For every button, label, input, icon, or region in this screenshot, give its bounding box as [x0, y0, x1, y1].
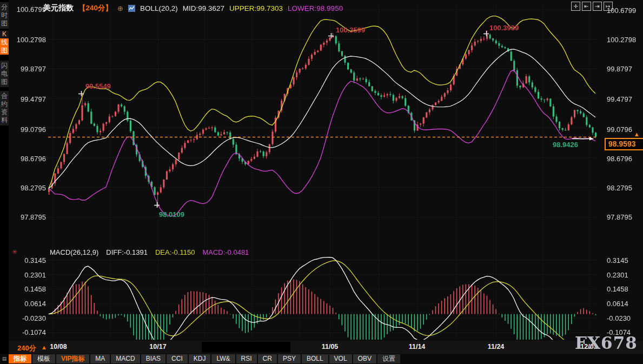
toolbar-button-vol[interactable]: VOL [329, 354, 352, 363]
y-axis-label-right: 98.6796 [607, 155, 632, 163]
axis-right-icon[interactable]: ⇥ [593, 2, 602, 11]
redaction-box [202, 342, 290, 353]
left-sidebar: 分时图 K 线图 闪电图 合约资料 [0, 0, 9, 364]
date-label: 11/24 [488, 343, 505, 350]
chart-application: 分时图 K 线图 闪电图 合约资料 美元指数 【240分】 ⊕ BOLL(20,… [0, 0, 643, 364]
toolbar-button-lw[interactable]: LW& [211, 354, 235, 363]
toolbar-button-cci[interactable]: CCI [167, 354, 188, 363]
boll-mid-value: MID:99.3627 [183, 4, 224, 12]
price-up-arrow-icon: ▲ [634, 131, 640, 137]
y-axis-label-right: 100.6799 [607, 6, 636, 15]
y-axis-label-right: 98.2795 [607, 184, 632, 192]
low-annotation-2: 98.9426 [553, 141, 578, 149]
macd-y-label: -0.0230 [0, 314, 46, 322]
y-axis-label: 99.8797 [0, 65, 46, 73]
y-axis-label: 98.2795 [0, 184, 46, 192]
macd-y-label: 0.1458 [0, 285, 46, 293]
macd-diff-value: DIFF:-0.1391 [106, 248, 148, 256]
toolbar-button-cr[interactable]: CR [258, 354, 277, 363]
macd-y-label-right: 0.1458 [607, 285, 628, 293]
macd-y-label: 0.0614 [0, 300, 46, 308]
macd-y-label-right: 0.3145 [607, 256, 628, 264]
y-axis-label: 98.6796 [0, 155, 46, 163]
y-axis-label-right: 100.2798 [607, 36, 636, 44]
toolbar-button-indicator[interactable]: 指标 [9, 354, 31, 363]
interval-label[interactable]: 240分 [17, 343, 36, 353]
toolbar-button-bias[interactable]: BIAS [141, 354, 165, 363]
macd-header: MACD(26,12,9) DIFF:-0.1391 DEA:-0.1150 M… [50, 248, 249, 256]
y-axis-label-right: 99.8797 [607, 65, 632, 73]
toolbar-button-boll[interactable]: BOLL [302, 354, 328, 363]
panel-handle-icon[interactable]: ▤ [0, 354, 9, 363]
macd-params-label: MACD(26,12,9) [50, 248, 98, 256]
toolbar-button-ma[interactable]: MA [90, 354, 110, 363]
date-label: 10/08 [50, 343, 67, 350]
toolbar-button-template[interactable]: 模板 [32, 354, 55, 363]
toolbar-button-settings[interactable]: 设置 [377, 354, 400, 363]
macd-macd-value: MACD:-0.0481 [202, 248, 249, 256]
y-axis-label-right: 97.8795 [607, 213, 632, 221]
interval-up-icon[interactable]: ▲ [41, 344, 47, 350]
macd-y-label: 0.3145 [0, 256, 46, 264]
y-axis-label: 100.2798 [0, 36, 46, 44]
toolbar-button-obv[interactable]: OBV [353, 354, 376, 363]
toolbar-button-kdj[interactable]: KDJ [189, 354, 211, 363]
last-price-box: 98.9593 [605, 138, 643, 150]
macd-y-label: 0.2301 [0, 271, 46, 279]
high-annotation-3: 100.3939 [489, 24, 519, 32]
indicator-toolbar: ▤ 指标 模板 VIP指标 MA MACD BIAS CCI KDJ LW& R… [0, 354, 643, 364]
high-annotation-1: 99.5549 [85, 82, 111, 90]
fx678-watermark: FX678 [575, 333, 638, 353]
high-annotation-2: 100.3599 [336, 26, 365, 34]
macd-dea-value: DEA:-0.1150 [155, 248, 195, 256]
crosshair-icon[interactable]: ✛ [571, 2, 580, 11]
boll-lower-value: LOWER:98.9950 [288, 4, 343, 12]
y-axis-label: 99.4797 [0, 95, 46, 103]
toolbar-button-psy[interactable]: PSY [278, 354, 301, 363]
compare-icon[interactable]: ⊕ [117, 4, 123, 12]
y-axis-label: 99.0796 [0, 125, 46, 134]
chart-canvas[interactable] [0, 0, 643, 364]
date-label: 11/14 [409, 343, 426, 350]
macd-settings-icon[interactable]: ✳ [12, 248, 17, 256]
boll-indicator-label: BOLL(20,2) [140, 4, 178, 12]
y-axis-label-right: 99.0796 [607, 125, 632, 134]
toolbar-button-macd[interactable]: MACD [111, 354, 140, 363]
chart-header: 美元指数 【240分】 ⊕ BOLL(20,2) MID:99.3627 UPP… [43, 3, 343, 13]
period-label[interactable]: 【240分】 [78, 3, 112, 13]
y-axis-label-right: 99.4797 [607, 95, 632, 103]
date-label: 10/17 [149, 343, 166, 350]
symbol-title: 美元指数 [43, 3, 74, 13]
indicator-chart-icon[interactable] [128, 5, 135, 12]
y-axis-label: 97.8795 [0, 213, 46, 221]
macd-y-label: -0.1074 [0, 328, 46, 336]
macd-y-label-right: 0.0614 [607, 300, 628, 308]
low-annotation-1: 98.0109 [159, 210, 184, 219]
toolbar-button-rsi[interactable]: RSI [236, 354, 257, 363]
axis-left-icon[interactable]: ⇤ [582, 2, 591, 11]
boll-upper-value: UPPER:99.7303 [229, 4, 283, 12]
toolbar-button-vip-indicator[interactable]: VIP指标 [56, 354, 89, 363]
macd-y-label-right: -0.0230 [607, 314, 631, 322]
macd-y-label-right: 0.2301 [607, 271, 628, 279]
y-axis-label: 100.6799 [0, 5, 46, 14]
date-label: 11/05 [322, 343, 339, 350]
